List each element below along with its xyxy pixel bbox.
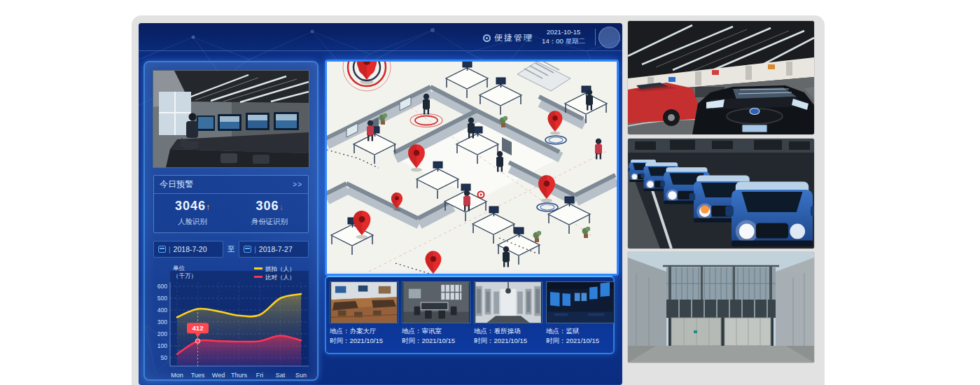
svg-text:100: 100	[158, 342, 167, 349]
hall-photo	[330, 282, 398, 323]
svg-text:400: 400	[158, 307, 167, 314]
header-divider	[595, 29, 596, 46]
left-stats-panel: 今日预警 >> 3046↑ 人脸识别 306↓ 身份证识别	[144, 61, 318, 381]
camera-thumbnails-panel: 地点：办案大厅时间：2021/10/15	[325, 276, 615, 354]
svg-text:600: 600	[158, 283, 167, 290]
trend-chart-container[interactable]: 41260050040030020010050MonTuesWedThursFr…	[149, 261, 313, 385]
header-weekday: 星期二	[565, 37, 585, 45]
date-range-separator: 至	[227, 244, 235, 254]
calendar-icon	[158, 246, 166, 253]
today-alerts-panel: 今日预警 >> 3046↑ 人脸识别 306↓ 身份证识别	[153, 175, 309, 233]
app-title-group: 便捷管理	[483, 32, 533, 44]
control-room-photo	[153, 71, 309, 167]
thumb-caption: 地点：审讯室时间：2021/10/15	[402, 326, 470, 346]
start-date-value: 2018-7-20	[174, 245, 207, 253]
control-room-camera-feed[interactable]	[153, 70, 309, 168]
camera-thumb-prison[interactable]: 地点：监狱时间：2021/10/15	[546, 281, 615, 346]
svg-text:（千万）: （千万）	[173, 272, 197, 279]
svg-text:Thurs: Thurs	[231, 372, 248, 379]
floor-map-view[interactable]	[325, 59, 619, 276]
interrogation-room-photo	[402, 282, 470, 323]
app-logo-icon	[483, 34, 491, 42]
queued-cars-photo	[628, 139, 814, 248]
monitor-room-photo	[547, 282, 614, 323]
svg-text:Wed: Wed	[212, 372, 225, 379]
thumb-caption: 地点：看所操场时间：2021/10/15	[474, 326, 542, 346]
svg-text:Sat: Sat	[276, 372, 286, 379]
divider: |	[169, 246, 171, 253]
page: 便捷管理 2021-10-15 14：00 星期二	[0, 0, 980, 385]
date-range-row: | 2018-7-20 至 | 2018-7-27	[153, 241, 309, 258]
start-date-picker[interactable]: | 2018-7-20	[153, 241, 223, 258]
svg-text:抓拍（人）: 抓拍（人）	[265, 265, 295, 272]
calendar-icon	[244, 246, 251, 253]
alerts-more-button[interactable]: >>	[293, 181, 302, 188]
stat-value: 306	[255, 199, 279, 213]
divider: |	[254, 246, 256, 253]
user-avatar[interactable]	[598, 27, 620, 48]
end-date-value: 2018-7-27	[259, 245, 293, 253]
camera-thumb-yard[interactable]: 地点：看所操场时间：2021/10/15	[474, 281, 542, 346]
thumb-caption: 地点：办案大厅时间：2021/10/15	[330, 326, 398, 346]
svg-text:300: 300	[158, 318, 167, 326]
stat-label: 身份证识别	[231, 217, 308, 227]
svg-text:50: 50	[161, 354, 168, 361]
header-datetime: 2021-10-15 14：00 星期二	[536, 27, 591, 46]
thumb-caption: 地点：监狱时间：2021/10/15	[546, 326, 615, 346]
trend-down-icon: ↓	[279, 202, 284, 212]
office-floor-map-illustration	[327, 62, 617, 274]
svg-text:500: 500	[158, 295, 167, 302]
stat-id-recognition: 306↓ 身份证识别	[231, 199, 308, 227]
header-time: 14：00	[542, 37, 564, 45]
app-title: 便捷管理	[494, 32, 533, 44]
trend-up-icon: ↑	[206, 202, 210, 212]
svg-text:Fri: Fri	[256, 372, 264, 379]
end-date-picker[interactable]: | 2018-7-27	[239, 241, 309, 258]
stat-face-recognition: 3046↑ 人脸识别	[154, 199, 231, 227]
monitoring-dashboard: 便捷管理 2021-10-15 14：00 星期二	[139, 23, 622, 385]
facility-gate-photo	[628, 252, 814, 363]
camera-thumb-hall[interactable]: 地点：办案大厅时间：2021/10/15	[330, 281, 398, 346]
header-date: 2021-10-15	[536, 27, 591, 36]
black-car	[692, 85, 814, 134]
prison-yard-photo	[475, 282, 542, 323]
stat-label: 人脸识别	[154, 217, 231, 227]
svg-text:单位: 单位	[173, 265, 186, 272]
svg-text:Mon: Mon	[171, 372, 183, 379]
svg-text:Tues: Tues	[191, 372, 205, 379]
svg-text:412: 412	[192, 324, 204, 332]
trend-line-chart[interactable]: 41260050040030020010050MonTuesWedThursFr…	[149, 261, 313, 385]
top-header: 便捷管理 2021-10-15 14：00 星期二	[139, 23, 622, 51]
svg-text:200: 200	[158, 330, 167, 337]
camera-thumb-interrogation[interactable]: 地点：审讯室时间：2021/10/15	[402, 281, 470, 346]
alerts-title: 今日预警	[160, 178, 193, 190]
header-time-row: 14：00 星期二	[536, 36, 591, 46]
svg-text:Sun: Sun	[295, 372, 307, 379]
parking-garage-photo	[628, 21, 814, 134]
svg-text:比对（人）: 比对（人）	[265, 274, 295, 281]
stat-value: 3046	[175, 199, 206, 213]
